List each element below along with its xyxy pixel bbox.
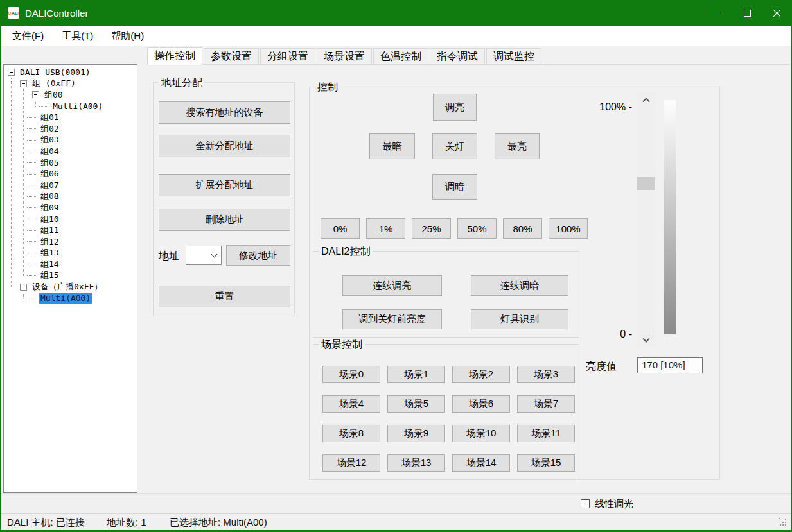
extend-assign-address-button[interactable]: 扩展分配地址 — [159, 174, 290, 196]
tree-item[interactable]: 组03 — [4, 135, 137, 146]
scene-button[interactable]: 场景11 — [517, 425, 575, 442]
scene-button[interactable]: 场景2 — [452, 366, 510, 383]
percent-button[interactable]: 80% — [503, 218, 542, 239]
recall-last-level-button[interactable]: 调到关灯前亮度 — [342, 309, 442, 329]
tree-collapse-icon[interactable] — [32, 91, 39, 98]
scene-button[interactable]: 场景10 — [452, 425, 510, 442]
tab[interactable]: 操作控制 — [147, 47, 202, 65]
tree-connector — [27, 128, 36, 129]
brightness-scrollbar[interactable] — [637, 92, 655, 347]
percent-button[interactable]: 1% — [366, 218, 405, 239]
scene-button[interactable]: 场景13 — [387, 454, 445, 472]
lamp-identify-button[interactable]: 灯具识别 — [471, 309, 568, 329]
scene-button[interactable]: 场景12 — [322, 454, 380, 472]
scene-button[interactable]: 场景15 — [517, 454, 575, 472]
tree-item[interactable]: 组14 — [4, 259, 137, 270]
modify-address-button[interactable]: 修改地址 — [226, 245, 290, 266]
tree-item[interactable]: 组01 — [4, 112, 137, 123]
scene-button[interactable]: 场景5 — [387, 395, 445, 413]
menu-item[interactable]: 工具(T) — [53, 27, 102, 46]
tree-item[interactable]: 组15 — [4, 270, 137, 282]
tree-item[interactable]: 组08 — [4, 191, 137, 203]
address-combo[interactable] — [186, 246, 222, 265]
scene-button[interactable]: 场景7 — [517, 395, 575, 413]
linear-dimming-checkbox[interactable] — [581, 499, 590, 508]
tree-item[interactable]: Multi(A00) — [4, 293, 137, 304]
tree-connector — [39, 106, 48, 107]
search-addressed-devices-button[interactable]: 搜索有地址的设备 — [159, 101, 290, 124]
tree-item[interactable]: 组04 — [4, 146, 137, 157]
resize-grip[interactable] — [779, 518, 788, 527]
lamp-off-button[interactable]: 关灯 — [432, 133, 477, 159]
tree-connector — [27, 264, 36, 264]
delete-address-button[interactable]: 删除地址 — [159, 209, 290, 231]
continuous-dim-down-button[interactable]: 连续调暗 — [471, 275, 568, 296]
tree-connector — [27, 253, 36, 253]
scene-button[interactable]: 场景8 — [322, 425, 380, 442]
tree-connector — [27, 174, 36, 175]
scene-button[interactable]: 场景14 — [452, 454, 510, 472]
tab[interactable]: 参数设置 — [204, 48, 259, 64]
scroll-down-icon[interactable] — [637, 335, 655, 346]
tree-item[interactable]: 组09 — [4, 202, 137, 214]
tree-item[interactable]: 组06 — [4, 168, 137, 180]
assign-new-address-button[interactable]: 全新分配地址 — [159, 135, 290, 157]
tree-item[interactable]: 设备（广播0xFF） — [4, 281, 137, 293]
brightest-button[interactable]: 最亮 — [495, 133, 540, 159]
tree-item[interactable]: 组07 — [4, 180, 137, 191]
tree-collapse-icon[interactable] — [8, 69, 15, 76]
tree-item[interactable]: 组00 — [4, 89, 137, 101]
tree-collapse-icon[interactable] — [20, 284, 27, 291]
group-title: 地址分配 — [159, 76, 205, 90]
close-button[interactable] — [762, 0, 791, 26]
tree-item[interactable]: DALI USB(0001) — [4, 67, 137, 78]
tree-item[interactable]: 组05 — [4, 157, 137, 169]
scene-button[interactable]: 场景0 — [322, 366, 380, 383]
tab[interactable]: 指令调试 — [430, 48, 485, 64]
tree-connector — [27, 219, 36, 219]
menu-item[interactable]: 帮助(H) — [102, 27, 153, 46]
percent-button[interactable]: 0% — [321, 218, 360, 239]
percent-button[interactable]: 50% — [457, 218, 497, 239]
tree-item[interactable]: 组11 — [4, 225, 137, 236]
maximize-icon — [744, 10, 751, 17]
brightness-value-field[interactable]: 170 [10%] — [637, 357, 703, 373]
minimize-button[interactable] — [703, 0, 732, 26]
tree-connector — [27, 140, 36, 141]
tab[interactable]: 分组设置 — [260, 48, 315, 64]
percent-button[interactable]: 100% — [549, 218, 588, 239]
darkest-button[interactable]: 最暗 — [369, 133, 415, 159]
reset-button[interactable]: 重置 — [159, 286, 290, 307]
tree-item[interactable]: 组02 — [4, 123, 137, 135]
scene-control-group: 场景控制 场景0场景1场景2场景3场景4场景5场景6场景7场景8场景9场景10场… — [313, 344, 579, 480]
scene-button[interactable]: 场景4 — [322, 395, 380, 413]
scene-button[interactable]: 场景1 — [387, 366, 445, 383]
scrollbar-thumb[interactable] — [637, 177, 655, 190]
tree-collapse-icon[interactable] — [20, 80, 27, 87]
scene-button[interactable]: 场景9 — [387, 425, 445, 442]
device-tree: DALI USB(0001) 组 (0xFF) 组00 M — [3, 64, 137, 493]
tree-item[interactable]: Multi(A00) — [4, 101, 137, 112]
tab[interactable]: 色温控制 — [373, 48, 428, 64]
dim-up-button[interactable]: 调亮 — [433, 94, 477, 121]
tree-item[interactable]: 组 (0xFF) — [4, 78, 137, 90]
tab[interactable]: 场景设置 — [317, 48, 372, 64]
tree-connector — [27, 117, 36, 118]
dim-down-button[interactable]: 调暗 — [432, 174, 477, 200]
tree-item[interactable]: 组12 — [4, 236, 137, 248]
menu-item[interactable]: 文件(F) — [3, 27, 53, 46]
tree-guide-line — [23, 89, 24, 276]
status-selected-address: 已选择地址: Multi(A00) — [170, 517, 267, 529]
percent-button[interactable]: 25% — [412, 218, 451, 239]
maximize-button[interactable] — [732, 0, 762, 26]
tree-item[interactable]: 组10 — [4, 214, 137, 225]
tree-connector — [27, 275, 36, 276]
tab[interactable]: 调试监控 — [486, 48, 541, 64]
tree-item[interactable]: 组13 — [4, 248, 137, 259]
scroll-up-icon[interactable] — [637, 94, 655, 105]
brightness-value-label: 亮度值 — [586, 360, 617, 373]
continuous-dim-up-button[interactable]: 连续调亮 — [342, 275, 442, 296]
scene-button[interactable]: 场景6 — [452, 395, 510, 413]
scene-button[interactable]: 场景3 — [517, 366, 575, 383]
tree-connector — [27, 196, 36, 197]
